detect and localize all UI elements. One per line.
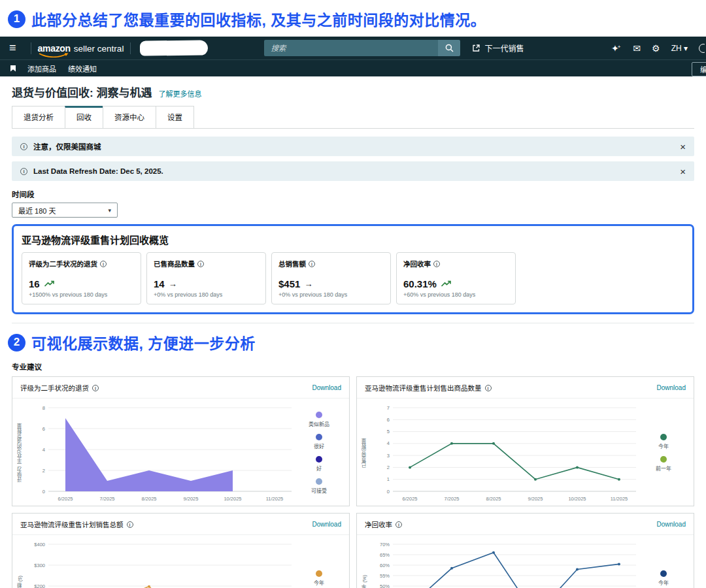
metric-cards: 评级为二手状况的退货 i16 +1500% vs previous 180 da… xyxy=(22,252,684,304)
svg-text:6: 6 xyxy=(42,426,45,432)
metric-delta: +1500% vs previous 180 days xyxy=(29,291,134,298)
chevron-down-icon: ▾ xyxy=(108,207,111,214)
panel-body: 评级为二手状况的退货数量 024686/20257/20258/20259/20… xyxy=(12,399,349,506)
legend-label: 今年 xyxy=(658,442,669,449)
search-icon xyxy=(445,44,454,52)
period-select[interactable]: 最近 180 天 ▾ xyxy=(12,203,118,218)
chart-panel-net-recovery-rate: 净回收率 i Download 净回收率 (%) 30%35%40%45%50%… xyxy=(356,513,694,588)
menu-icon[interactable]: ≡ xyxy=(9,41,16,55)
chart-title: 亚马逊物流评级重售计划销售总额 xyxy=(20,519,124,529)
y-axis-label: 净回收率 (%) xyxy=(361,575,369,588)
metric-value: $451 → xyxy=(278,278,384,289)
svg-text:6/2025: 6/2025 xyxy=(58,496,73,502)
metric-card: 净回收率 i60.31% +60% vs previous 180 days xyxy=(396,252,516,304)
legend-item[interactable]: 很好 xyxy=(314,434,324,449)
period-label: 时间段 xyxy=(12,189,694,199)
close-icon[interactable]: × xyxy=(680,142,686,152)
svg-text:11/2025: 11/2025 xyxy=(266,496,284,502)
language-selector[interactable]: ZH ▾ xyxy=(671,44,688,53)
legend-item[interactable]: 好 xyxy=(316,456,322,472)
panel-header: 净回收率 i Download xyxy=(357,514,694,535)
svg-text:2: 2 xyxy=(42,468,45,474)
chart-legend: 今年前一年 xyxy=(299,570,339,588)
svg-text:7/2025: 7/2025 xyxy=(445,496,460,502)
overview-title: 亚马逊物流评级重售计划回收概览 xyxy=(22,233,684,246)
legend-label: 今年 xyxy=(658,579,669,586)
tab-bar: 退货分析 回收 资源中心 设置 xyxy=(12,106,694,129)
chart-canvas: 024686/20257/20258/20259/202510/202511/2… xyxy=(25,401,299,504)
next-gen-sales-label: 下一代销售 xyxy=(484,42,524,54)
download-link[interactable]: Download xyxy=(657,521,686,528)
svg-text:7/2025: 7/2025 xyxy=(100,496,115,502)
y-axis-label: 已售商品数量 xyxy=(361,438,369,468)
search-button[interactable] xyxy=(438,40,460,56)
info-icon: i xyxy=(197,261,204,267)
ai-assistant-icon[interactable]: ✦+ xyxy=(611,43,622,54)
svg-text:$300: $300 xyxy=(34,563,45,568)
bookmark-icon[interactable] xyxy=(10,65,16,72)
search-input[interactable] xyxy=(264,40,438,56)
legend-item[interactable]: 今年 xyxy=(658,570,669,586)
legend-item[interactable]: 类似新品 xyxy=(309,412,329,427)
svg-text:9/2025: 9/2025 xyxy=(184,496,199,502)
nav-add-products[interactable]: 添加商品 xyxy=(27,63,56,74)
legend-item[interactable]: 可接受 xyxy=(311,478,327,494)
metric-card: 总销售额 i$451 →+0% vs previous 180 days xyxy=(271,252,391,304)
download-link[interactable]: Download xyxy=(312,384,341,391)
tab-label: 设置 xyxy=(167,114,182,122)
panel-header: 亚马逊物流评级重售计划售出商品数量 i Download xyxy=(357,377,694,399)
legend-dot xyxy=(316,434,322,440)
legend-dot xyxy=(316,478,322,485)
trend-flat-icon: → xyxy=(304,279,312,289)
tab-returns-analysis[interactable]: 退货分析 xyxy=(12,106,65,128)
learn-more-link[interactable]: 了解更多信息 xyxy=(158,88,201,99)
step-1-badge: 1 xyxy=(8,10,25,28)
legend-item[interactable]: 今年 xyxy=(658,434,669,449)
svg-text:8/2025: 8/2025 xyxy=(142,496,157,502)
svg-text:4: 4 xyxy=(42,447,45,453)
legend-item[interactable]: 今年 xyxy=(314,570,324,586)
recovery-overview-panel: 亚马逊物流评级重售计划回收概览 评级为二手状况的退货 i16 +1500% vs… xyxy=(12,224,694,314)
nav-performance-notifications[interactable]: 绩效通知 xyxy=(68,63,97,74)
svg-text:10/2025: 10/2025 xyxy=(224,496,241,502)
info-icon: i xyxy=(395,521,402,528)
download-link[interactable]: Download xyxy=(657,384,686,391)
tab-resource-center[interactable]: 资源中心 xyxy=(103,106,156,128)
metric-label: 已售商品数量 i xyxy=(154,259,259,269)
main-content: 退货与价值回收: 洞察与机遇 了解更多信息 退货分析 回收 资源中心 设置 i … xyxy=(0,84,706,323)
metric-delta: +0% vs previous 180 days xyxy=(278,291,384,298)
panel-body: 已售商品数量 012345676/20257/20258/20259/20251… xyxy=(357,399,694,506)
recommendations-label: 专业建议 xyxy=(12,361,694,372)
svg-text:5: 5 xyxy=(387,429,390,434)
external-link-icon xyxy=(472,44,480,52)
amazon-logo-text: amazon xyxy=(38,43,71,54)
svg-text:8/2025: 8/2025 xyxy=(486,496,501,502)
legend-label: 前一年 xyxy=(656,465,671,472)
next-gen-sales-link[interactable]: 下一代销售 xyxy=(472,42,524,54)
info-icon: i xyxy=(92,385,99,391)
messages-icon[interactable]: ✉ xyxy=(633,43,641,54)
tab-recovery[interactable]: 回收 xyxy=(65,106,103,128)
legend-item[interactable]: 前一年 xyxy=(656,456,671,472)
charts-section: 专业建议 评级为二手状况的退货 i Download 评级为二手状况的退货数量 … xyxy=(0,361,706,588)
svg-text:6/2025: 6/2025 xyxy=(403,496,418,502)
legend-label: 好 xyxy=(316,465,322,472)
metric-label: 评级为二手状况的退货 i xyxy=(29,259,134,269)
close-icon[interactable]: × xyxy=(680,167,686,176)
tab-settings[interactable]: 设置 xyxy=(156,106,194,128)
divider xyxy=(31,42,31,54)
annotation-step-2-text: 可视化展示数据, 方便进一步分析 xyxy=(31,331,256,353)
download-link[interactable]: Download xyxy=(312,521,341,528)
annotation-step-1-text: 此部分总结了您最重要的回收指标, 及其与之前时间段的对比情况。 xyxy=(31,8,486,30)
topbar-actions: ✦+ ✉ ⚙ ZH ▾ xyxy=(611,43,706,54)
svg-text:65%: 65% xyxy=(380,552,390,558)
y-axis-label: 总销售额 ($) xyxy=(16,576,25,588)
edit-button[interactable]: 编辑 xyxy=(692,62,706,76)
legend-label: 今年 xyxy=(314,579,324,586)
amazon-seller-central-logo[interactable]: amazon seller central xyxy=(38,43,124,54)
info-icon: i xyxy=(127,521,133,528)
help-icon[interactable] xyxy=(699,44,705,53)
svg-text:9/2025: 9/2025 xyxy=(528,496,543,502)
svg-text:55%: 55% xyxy=(380,573,390,579)
settings-gear-icon[interactable]: ⚙ xyxy=(652,43,660,54)
